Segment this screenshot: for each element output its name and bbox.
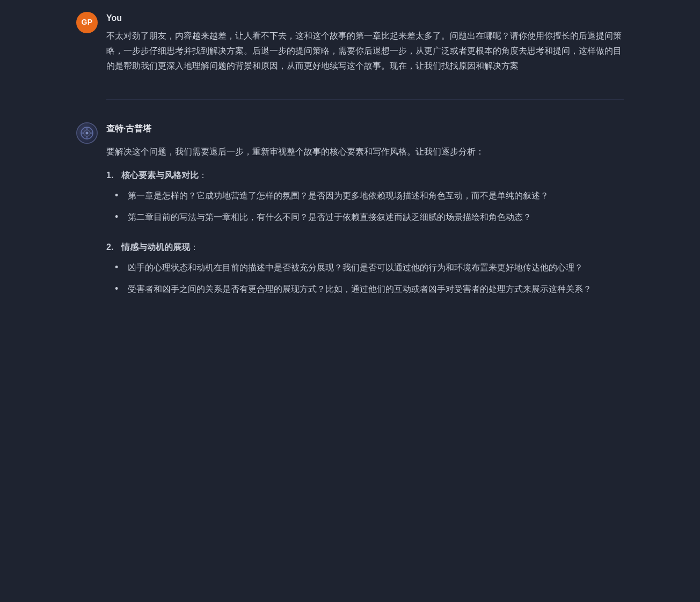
bullet-1-2: • 第二章目前的写法与第一章相比，有什么不同？是否过于依赖直接叙述而缺乏细腻的场…: [115, 210, 624, 225]
ai-message-block: 查特·古普塔 要解决这个问题，我们需要退后一步，重新审视整个故事的核心要素和写作…: [76, 121, 624, 312]
list-heading-2: 2. 情感与动机的展现：: [106, 240, 624, 255]
list-title-1: 核心要素与风格对比: [121, 171, 199, 180]
list-item-2-content: 2. 情感与动机的展现： • 凶手的心理状态和动机在目前的描述中是否被充分展现？…: [106, 240, 624, 303]
bullet-text-2-2: 受害者和凶手之间的关系是否有更合理的展现方式？比如，通过他们的互动或者凶手对受害…: [128, 282, 592, 297]
chat-container: GP You 不太对劲了朋友，内容越来越差，让人看不下去，这和这个故事的第一章比…: [55, 0, 645, 344]
list-number-1: 1.: [106, 168, 118, 183]
user-avatar-label: GP: [81, 16, 92, 29]
user-avatar: GP: [76, 12, 98, 33]
ai-name: 查特·古普塔: [106, 121, 624, 136]
bullet-1-1: • 第一章是怎样的？它成功地营造了怎样的氛围？是否因为更多地依赖现场描述和角色互…: [115, 188, 624, 203]
list-item-2: 2. 情感与动机的展现： • 凶手的心理状态和动机在目前的描述中是否被充分展现？…: [106, 240, 624, 303]
list-heading-1-text: 核心要素与风格对比：: [121, 168, 207, 183]
ai-avatar-inner: [77, 123, 97, 143]
ai-avatar: [76, 122, 98, 144]
bullet-list-2: • 凶手的心理状态和动机在目前的描述中是否被充分展现？我们是否可以通过他的行为和…: [115, 260, 624, 297]
list-title-2: 情感与动机的展现: [121, 243, 190, 252]
bullet-text-2-1: 凶手的心理状态和动机在目前的描述中是否被充分展现？我们是否可以通过他的行为和环境…: [128, 260, 583, 275]
bullet-2-2: • 受害者和凶手之间的关系是否有更合理的展现方式？比如，通过他们的互动或者凶手对…: [115, 282, 624, 297]
bullet-list-1: • 第一章是怎样的？它成功地营造了怎样的氛围？是否因为更多地依赖现场描述和角色互…: [115, 188, 624, 225]
user-message-text: 不太对劲了朋友，内容越来越差，让人看不下去，这和这个故事的第一章比起来差太多了。…: [106, 28, 624, 74]
list-heading-1: 1. 核心要素与风格对比：: [106, 168, 624, 183]
list-heading-2-text: 情感与动机的展现：: [121, 240, 199, 255]
list-number-2: 2.: [106, 240, 118, 255]
bullet-2-1: • 凶手的心理状态和动机在目前的描述中是否被充分展现？我们是否可以通过他的行为和…: [115, 260, 624, 275]
bullet-dot-2-2: •: [115, 282, 122, 296]
ai-intro: 要解决这个问题，我们需要退后一步，重新审视整个故事的核心要素和写作风格。让我们逐…: [106, 144, 624, 159]
numbered-list: 1. 核心要素与风格对比： • 第一章是怎样的？它成功地营造了怎样的氛围？是否因…: [106, 168, 624, 303]
bullet-text-1-2: 第二章目前的写法与第一章相比，有什么不同？是否过于依赖直接叙述而缺乏细腻的场景描…: [128, 210, 531, 225]
ai-message-text: 要解决这个问题，我们需要退后一步，重新审视整个故事的核心要素和写作风格。让我们逐…: [106, 144, 624, 303]
bullet-dot-1-1: •: [115, 188, 122, 203]
ai-avatar-icon: [80, 126, 94, 140]
bullet-text-1-1: 第一章是怎样的？它成功地营造了怎样的氛围？是否因为更多地依赖现场描述和角色互动，…: [128, 188, 549, 203]
user-name: You: [106, 11, 624, 25]
user-message-content: You 不太对劲了朋友，内容越来越差，让人看不下去，这和这个故事的第一章比起来差…: [106, 11, 624, 78]
ai-message-content: 查特·古普塔 要解决这个问题，我们需要退后一步，重新审视整个故事的核心要素和写作…: [106, 121, 624, 312]
list-item-1: 1. 核心要素与风格对比： • 第一章是怎样的？它成功地营造了怎样的氛围？是否因…: [106, 168, 624, 231]
bullet-dot-1-2: •: [115, 210, 122, 224]
svg-point-2: [86, 132, 89, 135]
bullet-dot-2-1: •: [115, 260, 122, 275]
user-message-block: GP You 不太对劲了朋友，内容越来越差，让人看不下去，这和这个故事的第一章比…: [76, 11, 624, 78]
message-divider: [106, 99, 624, 100]
list-item-1-content: 1. 核心要素与风格对比： • 第一章是怎样的？它成功地营造了怎样的氛围？是否因…: [106, 168, 624, 231]
